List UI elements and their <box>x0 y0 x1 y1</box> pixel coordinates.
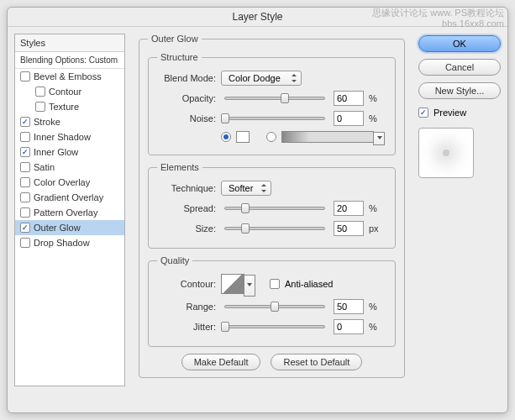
opacity-input[interactable] <box>334 91 364 106</box>
jitter-unit: % <box>369 322 381 332</box>
checkbox-icon[interactable] <box>20 177 30 187</box>
noise-slider[interactable] <box>224 117 325 120</box>
range-unit: % <box>369 302 381 312</box>
blend-mode-label: Blend Mode: <box>157 73 216 83</box>
opacity-unit: % <box>369 93 381 103</box>
sidebar-item-label: Color Overlay <box>34 177 90 187</box>
sidebar-item-label: Pattern Overlay <box>34 207 97 218</box>
spread-label: Spread: <box>157 203 216 213</box>
sidebar-item-contour[interactable]: Contour <box>15 84 124 99</box>
technique-label: Technique: <box>157 183 216 193</box>
checkbox-icon[interactable] <box>20 162 30 172</box>
opacity-slider[interactable] <box>224 97 325 100</box>
checkbox-icon[interactable] <box>20 192 30 202</box>
sidebar-header[interactable]: Styles <box>15 34 124 52</box>
preview-checkbox[interactable] <box>418 108 428 118</box>
reset-default-button[interactable]: Reset to Default <box>271 354 362 370</box>
main-panel: Outer Glow Structure Blend Mode: Color D… <box>132 34 412 386</box>
sidebar-item-satin[interactable]: Satin <box>15 160 124 175</box>
noise-unit: % <box>369 113 381 123</box>
noise-label: Noise: <box>157 113 216 123</box>
preview-thumbnail <box>418 128 474 178</box>
sidebar-blending-options[interactable]: Blending Options: Custom <box>15 52 124 69</box>
checkbox-icon[interactable] <box>20 147 30 157</box>
color-swatch[interactable] <box>236 131 250 143</box>
gradient-swatch[interactable] <box>281 131 374 143</box>
anti-aliased-checkbox[interactable] <box>270 279 280 289</box>
range-input[interactable] <box>334 299 364 314</box>
layer-style-dialog: 思缘设计论坛 www. PS教程论坛 bbs.16xx8.com Layer S… <box>7 7 508 413</box>
spread-unit: % <box>369 203 381 213</box>
jitter-label: Jitter: <box>157 322 216 332</box>
watermark: 思缘设计论坛 www. PS教程论坛 bbs.16xx8.com <box>372 8 504 29</box>
checkbox-icon[interactable] <box>35 87 45 97</box>
checkbox-icon[interactable] <box>20 207 30 218</box>
checkbox-icon[interactable] <box>20 117 30 127</box>
checkbox-icon[interactable] <box>20 238 30 248</box>
range-slider[interactable] <box>224 305 325 308</box>
size-slider[interactable] <box>224 227 325 230</box>
sidebar-item-pattern-overlay[interactable]: Pattern Overlay <box>15 205 124 220</box>
technique-select[interactable]: Softer <box>221 181 271 196</box>
solid-color-radio[interactable] <box>221 132 231 142</box>
sidebar-item-label: Contour <box>49 87 81 97</box>
sidebar-item-label: Satin <box>34 162 55 172</box>
preview-glow-icon <box>443 150 449 156</box>
styles-sidebar: Styles Blending Options: Custom Bevel & … <box>14 34 125 386</box>
sidebar-item-bevel-emboss[interactable]: Bevel & Emboss <box>15 69 124 84</box>
ok-button[interactable]: OK <box>418 35 501 52</box>
default-buttons: Make Default Reset to Default <box>148 354 396 370</box>
sidebar-item-label: Texture <box>49 102 79 112</box>
anti-aliased-label: Anti-aliased <box>285 279 333 289</box>
quality-legend: Quality <box>157 255 192 265</box>
make-default-button[interactable]: Make Default <box>181 354 261 370</box>
sidebar-item-gradient-overlay[interactable]: Gradient Overlay <box>15 190 124 205</box>
content: Styles Blending Options: Custom Bevel & … <box>8 27 507 393</box>
elements-group: Elements Technique: Softer Spread: % Siz… <box>148 162 396 249</box>
sidebar-item-color-overlay[interactable]: Color Overlay <box>15 175 124 190</box>
sidebar-item-drop-shadow[interactable]: Drop Shadow <box>15 235 124 250</box>
preview-label: Preview <box>434 108 466 118</box>
structure-legend: Structure <box>157 52 202 62</box>
checkbox-icon[interactable] <box>20 71 30 81</box>
checkbox-icon[interactable] <box>20 223 30 233</box>
new-style-button[interactable]: New Style... <box>418 82 501 99</box>
outer-glow-group: Outer Glow Structure Blend Mode: Color D… <box>139 34 405 378</box>
sidebar-item-outer-glow[interactable]: Outer Glow <box>15 220 124 235</box>
contour-label: Contour: <box>157 279 216 289</box>
spread-slider[interactable] <box>224 207 325 210</box>
quality-group: Quality Contour: Anti-aliased Range: % <box>148 255 396 347</box>
noise-input[interactable] <box>334 111 364 126</box>
elements-legend: Elements <box>157 162 202 172</box>
sidebar-item-label: Bevel & Emboss <box>34 71 102 81</box>
size-label: Size: <box>157 223 216 234</box>
gradient-radio[interactable] <box>266 132 276 142</box>
panel-title: Outer Glow <box>148 34 202 44</box>
checkbox-icon[interactable] <box>20 132 30 142</box>
size-unit: px <box>369 223 381 234</box>
sidebar-item-label: Drop Shadow <box>34 238 90 248</box>
sidebar-item-label: Stroke <box>34 117 60 127</box>
preview-row: Preview <box>418 108 501 118</box>
spread-input[interactable] <box>334 201 364 216</box>
sidebar-item-inner-glow[interactable]: Inner Glow <box>15 144 124 160</box>
sidebar-item-label: Outer Glow <box>34 223 81 233</box>
sidebar-item-label: Inner Shadow <box>34 132 91 142</box>
structure-group: Structure Blend Mode: Color Dodge Opacit… <box>148 52 396 155</box>
range-label: Range: <box>157 302 216 312</box>
sidebar-item-stroke[interactable]: Stroke <box>15 114 124 129</box>
jitter-slider[interactable] <box>224 325 325 328</box>
checkbox-icon[interactable] <box>35 102 45 112</box>
jitter-input[interactable] <box>334 319 364 334</box>
right-column: OK Cancel New Style... Preview <box>418 34 501 386</box>
sidebar-item-label: Gradient Overlay <box>34 192 103 202</box>
blend-mode-select[interactable]: Color Dodge <box>221 71 302 86</box>
size-input[interactable] <box>334 221 364 236</box>
contour-picker[interactable] <box>221 274 244 294</box>
sidebar-item-inner-shadow[interactable]: Inner Shadow <box>15 129 124 144</box>
opacity-label: Opacity: <box>157 93 216 103</box>
cancel-button[interactable]: Cancel <box>418 59 501 76</box>
sidebar-item-label: Inner Glow <box>34 147 78 157</box>
sidebar-item-texture[interactable]: Texture <box>15 99 124 114</box>
